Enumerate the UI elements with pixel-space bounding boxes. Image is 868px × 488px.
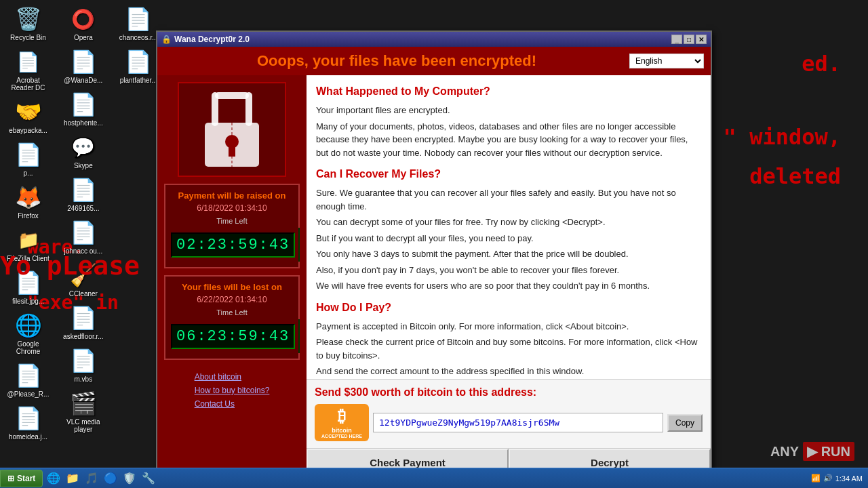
bitcoin-row: ₿ bitcoin ACCEPTED HERE Copy — [315, 404, 703, 441]
taskbar-media-icon[interactable]: 🎵 — [83, 470, 100, 487]
section3-heading: How Do I Pay? — [316, 300, 701, 316]
desktop-icon-hostphente[interactable]: 📄 hostphente... — [58, 88, 108, 129]
files-lost-timer-box: Your files will be lost on 6/22/2022 01:… — [164, 275, 300, 360]
payment-raise-timer: 02:23:59:43 — [171, 232, 295, 258]
language-selector[interactable]: English Español 中文 Français — [629, 54, 704, 68]
desktop-icon-opera[interactable]: ⭕ Opera — [58, 3, 108, 44]
anyrun-text: ANY — [770, 444, 799, 460]
payment-raise-timer-box: Payment will be raised on 6/18/2022 01:3… — [164, 184, 300, 268]
section3-p3: And send the correct amount to the addre… — [316, 365, 701, 378]
desktop-icon-please-r[interactable]: 📄 @Please_R... — [3, 359, 54, 401]
desktop-icon-vlc[interactable]: 🎬 VLC media player — [58, 387, 108, 436]
section1-p1: Your important files are encrypted. — [316, 104, 701, 117]
section2-p1: Sure. We guarantee that you can recover … — [316, 186, 701, 213]
wc-header: Ooops, your files have been encrypted! E… — [157, 47, 711, 75]
desktop-icon-wana[interactable]: 📄 @WanaDe... — [58, 45, 108, 87]
svg-rect-0 — [215, 92, 249, 99]
windows-logo-icon: ⊞ — [7, 474, 14, 483]
desktop-icon-246916[interactable]: 📄 2469165... — [58, 174, 108, 215]
bitcoin-logo-text: bitcoin — [332, 427, 352, 434]
bitcoin-send-title: Send $300 worth of bitcoin to this addre… — [315, 386, 703, 399]
wc-body: Payment will be raised on 6/18/2022 01:3… — [157, 75, 711, 476]
section3-p1: Payment is accepted in Bitcoin only. For… — [316, 320, 701, 333]
start-button[interactable]: ⊞ Start — [0, 470, 43, 487]
desktop-icon-homeidea[interactable]: 📄 homeidea.j... — [3, 402, 54, 443]
window-content: Ooops, your files have been encrypted! E… — [157, 47, 711, 476]
section2-p3: But if you want to decrypt all your file… — [316, 232, 701, 245]
desktop-icon-ccleaner[interactable]: 🧹 CCleaner — [58, 259, 108, 300]
anyrun-run-text: ▶ RUN — [803, 442, 854, 461]
taskbar-antivirus-icon[interactable]: 🛡️ — [121, 470, 138, 487]
bitcoin-logo: ₿ bitcoin ACCEPTED HERE — [315, 404, 369, 441]
svg-rect-2 — [245, 92, 252, 126]
desktop-icon-johnacc[interactable]: 📄 johnacc ou... — [58, 216, 108, 258]
files-lost-title: Your files will be lost on — [171, 282, 293, 292]
taskbar-volume-icon: 🔊 — [823, 474, 833, 483]
taskbar-chrome-icon[interactable]: 🔵 — [102, 470, 119, 487]
section1-p2: Many of your documents, photos, videos, … — [316, 120, 701, 160]
wc-text-area[interactable]: What Happened to My Computer? Your impor… — [307, 75, 711, 379]
desktop-icon-filesit[interactable]: 📄 filesit.jpg... — [3, 266, 54, 308]
desktop-icon-askedfloor[interactable]: 📄 askedfloor.r... — [58, 302, 108, 343]
window-icon: 🔒 — [161, 35, 172, 44]
desktop-icon-firefox[interactable]: 🦊 Firefox — [3, 181, 54, 222]
anyrun-watermark: ANY ▶ RUN — [770, 442, 854, 461]
desktop-icons-container: 🗑️ Recycle Bin 📄 Acrobat Reader DC 🤝 eba… — [0, 0, 170, 447]
start-label: Start — [17, 474, 35, 483]
taskbar-clock: 1:34 AM — [835, 474, 863, 483]
desktop-icon-mvbs[interactable]: 📄 m.vbs — [58, 344, 108, 386]
bitcoin-symbol: ₿ — [338, 407, 346, 426]
language-select[interactable]: English Español 中文 Français — [629, 54, 704, 68]
taskbar-quick-launch: 🌐 📁 🎵 🔵 🛡️ 🔧 — [45, 470, 157, 487]
bitcoin-section: Send $300 worth of bitcoin to this addre… — [307, 379, 711, 448]
bitcoin-accepted-text: ACCEPTED HERE — [321, 434, 362, 439]
taskbar-ie-icon[interactable]: 🌐 — [45, 470, 62, 487]
taskbar: ⊞ Start 🌐 📁 🎵 🔵 🛡️ 🔧 📶 🔊 1:34 AM — [0, 468, 868, 488]
bitcoin-address-input[interactable] — [373, 413, 663, 432]
section1-heading: What Happened to My Computer? — [316, 83, 701, 100]
taskbar-tool-icon[interactable]: 🔧 — [140, 470, 157, 487]
window-title-left: 🔒 Wana Decrypt0r 2.0 — [161, 35, 250, 44]
copy-button[interactable]: Copy — [667, 414, 703, 432]
desktop-icon-skype[interactable]: 💬 Skype — [58, 131, 108, 172]
how-to-buy-link[interactable]: How to buy bitcoins? — [195, 386, 270, 395]
section2-p2: You can decrypt some of your files for f… — [316, 216, 701, 229]
desktop-icon-ebay[interactable]: 🤝 ebaypacka... — [3, 96, 54, 137]
wannacry-window: 🔒 Wana Decrypt0r 2.0 _ □ ✕ Ooops, your f… — [156, 30, 712, 478]
window-controls: _ □ ✕ — [671, 35, 707, 44]
files-lost-time-label: Time Left — [171, 308, 293, 317]
files-lost-date: 6/22/2022 01:34:10 — [171, 295, 293, 304]
payment-raise-date: 6/18/2022 01:34:10 — [171, 203, 293, 213]
taskbar-right: 📶 🔊 1:34 AM — [811, 474, 868, 483]
lock-icon — [191, 89, 273, 170]
section2-p4: You only have 3 days to submit the payme… — [316, 247, 701, 261]
wc-links: About bitcoin How to buy bitcoins? Conta… — [189, 367, 275, 414]
minimize-button[interactable]: _ — [671, 35, 682, 44]
files-lost-timer: 06:23:59:43 — [171, 324, 295, 349]
desktop-icon-p4[interactable]: 📄 p... — [3, 138, 54, 180]
lock-icon-container — [178, 82, 286, 177]
svg-rect-1 — [212, 92, 218, 126]
desktop-icon-recycle-bin[interactable]: 🗑️ Recycle Bin — [3, 3, 54, 44]
desktop-icon-filezilla[interactable]: 📁 FileZilla Client — [3, 224, 54, 265]
window-title-text: Wana Decrypt0r 2.0 — [174, 35, 250, 44]
contact-us-link[interactable]: Contact Us — [195, 399, 270, 409]
payment-raise-time-label: Time Left — [171, 217, 293, 225]
main-title: Ooops, your files have been encrypted! — [164, 52, 629, 70]
close-button[interactable]: ✕ — [696, 35, 707, 44]
taskbar-network-icon: 📶 — [811, 474, 821, 483]
desktop-icon-acrobat[interactable]: 📄 Acrobat Reader DC — [3, 45, 54, 94]
section2-p6: We will have free events for users who a… — [316, 279, 701, 293]
section2-p5: Also, if you don't pay in 7 days, you wo… — [316, 264, 701, 277]
maximize-button[interactable]: □ — [684, 35, 694, 44]
section2-heading: Can I Recover My Files? — [316, 166, 701, 182]
payment-raise-title: Payment will be raised on — [171, 190, 293, 201]
about-bitcoin-link[interactable]: About bitcoin — [195, 372, 270, 382]
wc-left-panel: Payment will be raised on 6/18/2022 01:3… — [157, 75, 307, 476]
window-titlebar: 🔒 Wana Decrypt0r 2.0 _ □ ✕ — [157, 32, 711, 47]
section3-p2: Please check the current price of Bitcoi… — [316, 336, 701, 362]
taskbar-folder-icon[interactable]: 📁 — [64, 470, 81, 487]
desktop-icon-google-chrome[interactable]: 🌐 Google Chrome — [3, 309, 54, 358]
desktop: ed. " window, deleted ware. "exe" in 🗑️ … — [0, 0, 868, 488]
wc-right-panel: What Happened to My Computer? Your impor… — [307, 75, 711, 476]
